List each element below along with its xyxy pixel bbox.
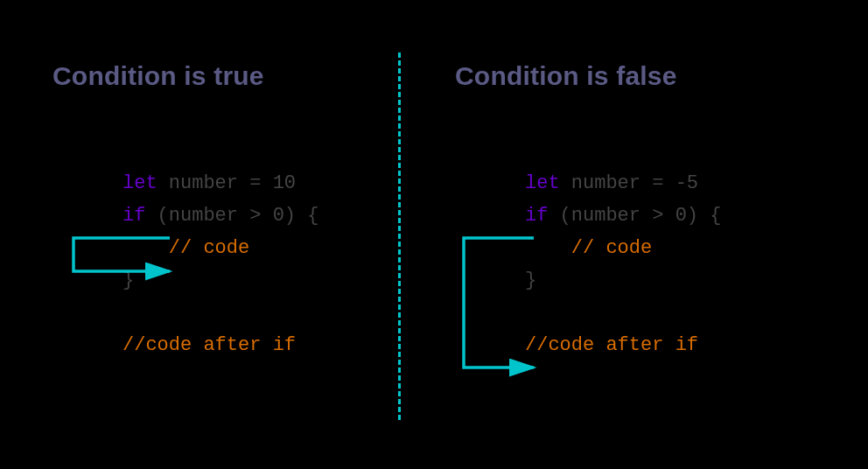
code-text: number = 10: [158, 172, 296, 194]
code-line: if (number > 0) {: [122, 205, 318, 227]
panel-condition-false: Condition is false let number = -5 if (n…: [455, 61, 822, 394]
heading-true: Condition is true: [52, 61, 385, 91]
comment-inside: // code: [122, 237, 249, 259]
code-line: if (number > 0) {: [525, 205, 721, 227]
code-block-true: let number = 10 if (number > 0) { // cod…: [52, 135, 385, 394]
brace-close: }: [525, 270, 536, 291]
keyword-let: let: [525, 172, 560, 194]
panel-condition-true: Condition is true let number = 10 if (nu…: [52, 61, 385, 394]
code-block-false: let number = -5 if (number > 0) { // cod…: [455, 135, 822, 394]
divider-line: [398, 52, 401, 420]
brace-close: }: [122, 270, 134, 291]
comment-after: //code after if: [525, 334, 698, 356]
keyword-if: if: [122, 205, 145, 227]
heading-false: Condition is false: [455, 61, 822, 91]
code-text: (number > 0) {: [548, 205, 721, 227]
comment-inside: // code: [525, 237, 652, 259]
comment-after: //code after if: [122, 334, 296, 356]
code-line: let number = 10: [122, 172, 296, 194]
keyword-if: if: [525, 205, 548, 227]
code-text: (number > 0) {: [145, 205, 318, 227]
code-text: number = -5: [560, 172, 698, 194]
code-line: let number = -5: [525, 172, 698, 194]
keyword-let: let: [122, 172, 158, 194]
diagram-root: Condition is true let number = 10 if (nu…: [0, 0, 868, 469]
